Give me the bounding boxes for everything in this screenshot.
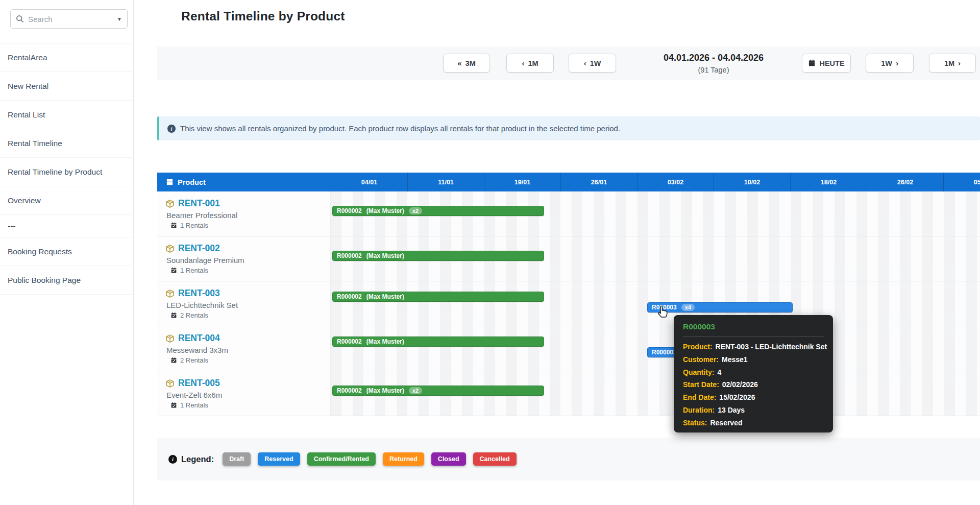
tooltip-field-value: 15/02/2026 (719, 393, 755, 401)
tooltip-field-label: Start Date: (683, 380, 719, 389)
product-cell: RENT-003LED-Lichttechnik Set2 Rentals (157, 281, 331, 326)
rental-tooltip: R000003 Product:RENT-003 - LED-Lichttech… (674, 315, 833, 432)
product-rentals-label: 2 Rentals (180, 311, 208, 319)
chevron-left-icon: « (457, 59, 461, 67)
calendar-check-icon (170, 312, 177, 319)
sidebar-item-label: New Rental (8, 82, 48, 91)
product-name: Event-Zelt 6x6m (166, 391, 330, 399)
package-icon (165, 379, 175, 388)
rental-bar[interactable]: R000002(Max Muster)x2 (332, 206, 544, 216)
tooltip-field: End Date:15/02/2026 (683, 391, 824, 404)
date-range-text: 04.01.2026 - 04.04.2026 (660, 53, 767, 63)
mouse-cursor-icon (656, 305, 670, 320)
package-icon (165, 289, 175, 298)
page-title: Rental Timeline by Product (181, 9, 345, 23)
tooltip-fields: Product:RENT-003 - LED-Lichttechnik SetC… (683, 341, 824, 429)
timeline-column-header: 18/02 (790, 173, 867, 191)
sidebar-item-rental-timeline-by-product[interactable]: Rental Timeline by Product (0, 158, 134, 186)
rental-bar[interactable]: R000002(Max Muster) (332, 336, 544, 347)
tooltip-field: Status:Reserved (683, 417, 824, 429)
product-code-link[interactable]: RENT-004 (178, 333, 220, 344)
legend-badge-confirmed-rented: Confirmed/Rented (307, 452, 376, 466)
tooltip-field-value: Messe1 (722, 355, 748, 364)
info-banner: i This view shows all rentals organized … (157, 116, 980, 140)
legend-badge-returned: Returned (383, 452, 424, 466)
timeline-column-header: 04/01 (331, 173, 407, 191)
product-code-link[interactable]: RENT-003 (178, 288, 220, 299)
sidebar-item-label: --- (8, 222, 16, 231)
sidebar-item-label: Public Booking Page (8, 276, 81, 285)
nav-back-3m-button[interactable]: «3M (443, 54, 490, 73)
sidebar-item-booking-requests[interactable]: Booking Requests (0, 237, 134, 266)
sidebar-item-label: Booking Requests (8, 247, 72, 256)
search-box[interactable]: ▼ (10, 9, 128, 29)
tooltip-field: Duration:13 Days (683, 404, 824, 417)
tooltip-field-value: 4 (717, 368, 721, 376)
timeline-cell: R000002(Max Muster)x2 (331, 371, 980, 416)
quantity-badge: x4 (681, 304, 695, 311)
tooltip-field: Start Date:02/02/2026 (683, 378, 824, 391)
rental-bar[interactable]: R000002(Max Muster) (332, 292, 544, 302)
nav-back-1w-button-label: 1W (590, 59, 601, 67)
product-rentals-count: 2 Rentals (170, 356, 330, 364)
tooltip-field-label: Duration: (683, 406, 715, 414)
tooltip-field-label: Quantity: (683, 368, 714, 376)
sidebar-item-rental-timeline[interactable]: Rental Timeline (0, 129, 134, 158)
sidebar-item-rentalarea[interactable]: RentalArea (0, 43, 134, 72)
legend-title: i Legend: (168, 454, 214, 464)
legend: i Legend: DraftReservedConfirmed/RentedR… (157, 438, 980, 480)
chevron-left-icon: ‹ (584, 59, 586, 67)
legend-info-icon: i (168, 455, 177, 464)
legend-badge-reserved: Reserved (258, 452, 300, 466)
sidebar-item-new-rental[interactable]: New Rental (0, 72, 134, 101)
calendar-check-icon (170, 402, 177, 408)
rental-bar-code: R000002 (337, 207, 362, 214)
product-code-link[interactable]: RENT-002 (178, 243, 220, 254)
rental-bar-code: R000003 (652, 349, 677, 356)
sidebar-item-rental-list[interactable]: Rental List (0, 101, 134, 129)
quantity-badge: x2 (409, 207, 422, 214)
timeline-cell: R000002(Max Muster)x2 (331, 191, 980, 236)
legend-badge-cancelled: Cancelled (473, 452, 517, 466)
product-cell: RENT-004Messewand 3x3m2 Rentals (157, 326, 331, 371)
rental-bar[interactable]: R000002(Max Muster)x2 (332, 386, 544, 396)
today-button[interactable]: HEUTE (802, 54, 851, 73)
tooltip-field-value: 13 Days (718, 406, 745, 414)
product-rentals-count: 2 Rentals (170, 311, 330, 319)
timeline-column-header: 26/01 (560, 173, 637, 191)
rental-bar-customer: (Max Muster) (366, 387, 404, 394)
product-code-link[interactable]: RENT-001 (178, 198, 220, 209)
nav-back-1w-button[interactable]: ‹1W (569, 54, 616, 73)
product-name: Beamer Professional (166, 211, 330, 220)
product-rentals-count: 1 Rentals (170, 222, 330, 229)
table-row: RENT-005Event-Zelt 6x6m1 RentalsR000002(… (157, 371, 980, 416)
rental-bar[interactable]: R000002(Max Muster) (332, 251, 544, 261)
nav-forward-1m-button[interactable]: 1M› (929, 54, 976, 73)
timeline-column-header: 10/02 (714, 173, 790, 191)
rental-bar-code: R000002 (337, 293, 362, 300)
sidebar-item-public-booking-page[interactable]: Public Booking Page (0, 266, 134, 295)
rental-bar-code: R000002 (337, 387, 362, 394)
search-input[interactable] (28, 15, 113, 23)
nav-forward-1w-button-label: 1W (881, 59, 892, 67)
sidebar-item-overview[interactable]: Overview (0, 186, 134, 215)
timeline-toolbar: 04.01.2026 - 04.04.2026 (91 Tage) «3M‹1M… (157, 46, 980, 80)
table-row: RENT-003LED-Lichttechnik Set2 RentalsR00… (157, 281, 980, 326)
tooltip-field-value: RENT-003 - LED-Lichttechnik Set (716, 343, 827, 351)
tooltip-divider (683, 336, 824, 336)
chevron-right-icon: › (958, 59, 961, 67)
rental-bar-code: R000002 (337, 252, 362, 259)
product-code-link[interactable]: RENT-005 (178, 378, 220, 389)
product-name: Soundanlage Premium (166, 256, 330, 264)
sidebar-menu: RentalAreaNew RentalRental ListRental Ti… (0, 43, 134, 295)
timeline-cell: R000002(Max Muster) (331, 236, 980, 281)
sidebar-item-divider[interactable]: --- (0, 215, 134, 237)
tooltip-field: Quantity:4 (683, 366, 824, 379)
legend-badge-closed: Closed (431, 452, 466, 466)
timeline-table: Product 04/0111/0119/0126/0103/0210/0218… (157, 173, 980, 416)
product-name: LED-Lichttechnik Set (166, 301, 330, 309)
dropdown-caret-icon[interactable]: ▼ (117, 16, 122, 22)
nav-forward-1w-button[interactable]: 1W› (866, 54, 914, 73)
sidebar: ▼ RentalAreaNew RentalRental ListRental … (0, 0, 134, 505)
nav-back-1m-button[interactable]: ‹1M (506, 54, 554, 73)
